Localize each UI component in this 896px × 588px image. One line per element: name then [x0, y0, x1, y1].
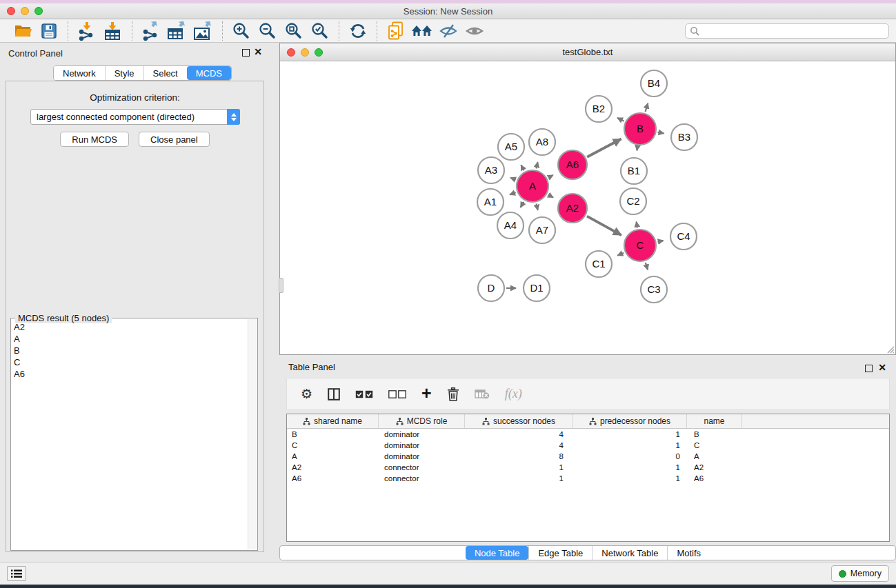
- tab-node-table[interactable]: Node Table: [466, 546, 529, 560]
- close-window-icon[interactable]: [7, 7, 15, 15]
- float-table-panel-icon[interactable]: [865, 365, 873, 372]
- column-header-shared-name[interactable]: shared name: [287, 414, 379, 428]
- delete-column-trash-icon[interactable]: [447, 384, 459, 405]
- graph-edge-B-B4[interactable]: [646, 103, 648, 112]
- delete-table-icon[interactable]: [475, 384, 490, 405]
- mcds-result-list[interactable]: A2ABCA6: [11, 321, 248, 550]
- splitter-handle[interactable]: [279, 278, 283, 293]
- result-list-item[interactable]: A6: [11, 368, 248, 380]
- function-builder-icon[interactable]: f(x): [505, 384, 522, 405]
- graph-node-D1[interactable]: D1: [524, 275, 550, 301]
- graph-node-A6[interactable]: A6: [558, 150, 587, 179]
- graph-node-B1[interactable]: B1: [621, 158, 647, 184]
- zoom-fit-icon[interactable]: [281, 21, 307, 41]
- resize-grip-icon[interactable]: [885, 344, 895, 354]
- zoom-out-icon[interactable]: [255, 21, 281, 41]
- export-network-icon[interactable]: [138, 21, 164, 41]
- zoom-selected-icon[interactable]: [307, 21, 333, 41]
- graph-edge-C-C1[interactable]: [617, 253, 624, 256]
- tab-style[interactable]: Style: [105, 66, 143, 80]
- network-zoom-icon[interactable]: [315, 48, 323, 57]
- tab-edge-table[interactable]: Edge Table: [528, 546, 592, 560]
- tab-motifs[interactable]: Motifs: [667, 546, 710, 560]
- network-minimize-icon[interactable]: [301, 48, 309, 57]
- tab-network[interactable]: Network: [54, 66, 105, 80]
- graph-node-C1[interactable]: C1: [586, 251, 612, 277]
- task-history-button[interactable]: [7, 566, 26, 581]
- graph-node-C4[interactable]: C4: [670, 223, 697, 250]
- tab-network-table[interactable]: Network Table: [592, 546, 667, 560]
- column-header-name[interactable]: name: [687, 414, 742, 428]
- graph-node-B[interactable]: B: [624, 113, 656, 145]
- graph-edge-A-A7[interactable]: [537, 203, 538, 210]
- refresh-icon[interactable]: [345, 21, 371, 41]
- column-header-predecessor-nodes[interactable]: predecessor nodes: [573, 414, 687, 428]
- table-row[interactable]: Adominator80A: [287, 451, 889, 462]
- table-settings-gear-icon[interactable]: ⚙: [301, 384, 312, 405]
- export-table-icon[interactable]: [164, 21, 190, 41]
- graph-edge-B-B1[interactable]: [637, 147, 637, 151]
- graph-node-A7[interactable]: A7: [529, 217, 555, 243]
- run-mcds-button[interactable]: Run MCDS: [60, 132, 129, 147]
- graph-edge-A-A4[interactable]: [521, 202, 524, 207]
- graph-edge-C-C3[interactable]: [646, 263, 648, 270]
- memory-button[interactable]: Memory: [831, 565, 889, 582]
- create-column-icon[interactable]: +: [421, 384, 432, 405]
- table-row[interactable]: A6connector11A6: [287, 473, 889, 484]
- graph-edge-A-A6[interactable]: [548, 175, 553, 178]
- save-session-icon[interactable]: [36, 21, 62, 41]
- network-close-icon[interactable]: [287, 48, 295, 57]
- close-panel-icon[interactable]: ✕: [254, 46, 262, 57]
- zoom-window-icon[interactable]: [34, 7, 43, 15]
- criterion-dropdown[interactable]: largest connected component (directed): [30, 109, 240, 125]
- unselect-all-columns-icon[interactable]: [388, 384, 406, 405]
- graph-node-C2[interactable]: C2: [620, 188, 646, 214]
- graph-node-D[interactable]: D: [478, 275, 504, 301]
- show-graphics-details-icon[interactable]: [461, 21, 488, 41]
- graph-node-A[interactable]: A: [517, 170, 548, 202]
- result-scrollbar[interactable]: [248, 319, 257, 549]
- select-all-columns-icon[interactable]: [355, 384, 373, 405]
- new-network-from-file-icon[interactable]: [383, 21, 409, 41]
- graph-edge-A-A8[interactable]: [537, 162, 538, 168]
- import-table-icon[interactable]: [100, 21, 126, 41]
- result-list-item[interactable]: C: [11, 356, 248, 368]
- hide-graphics-details-icon[interactable]: [435, 21, 461, 41]
- close-panel-button[interactable]: Close panel: [139, 132, 210, 147]
- zoom-in-icon[interactable]: [228, 21, 255, 41]
- show-columns-icon[interactable]: [328, 384, 340, 405]
- graph-edge-A-A2[interactable]: [548, 195, 553, 198]
- graph-edge-A-A1[interactable]: [510, 192, 516, 194]
- tab-mcds[interactable]: MCDS: [187, 66, 231, 80]
- graph-node-A8[interactable]: A8: [529, 129, 555, 155]
- home-icon[interactable]: [409, 21, 435, 41]
- search-field[interactable]: [685, 23, 889, 39]
- close-table-panel-icon[interactable]: ✕: [878, 362, 886, 373]
- graph-node-A4[interactable]: A4: [497, 212, 524, 239]
- graph-node-A1[interactable]: A1: [477, 189, 504, 215]
- minimize-window-icon[interactable]: [21, 7, 29, 15]
- table-row[interactable]: Cdominator41C: [287, 440, 889, 451]
- graph-node-A2[interactable]: A2: [558, 194, 587, 223]
- graph-node-B4[interactable]: B4: [641, 70, 667, 97]
- graph-node-A5[interactable]: A5: [498, 134, 524, 160]
- graph-node-C3[interactable]: C3: [641, 276, 667, 303]
- graph-edge-B-B3[interactable]: [658, 132, 664, 134]
- column-header-mcds-role[interactable]: MCDS role: [379, 414, 465, 428]
- export-image-icon[interactable]: [190, 21, 217, 41]
- network-window-titlebar[interactable]: testGlobe.txt: [280, 43, 895, 61]
- graph-edge-A6-B[interactable]: [587, 139, 621, 157]
- graph-edge-A-A5[interactable]: [521, 165, 524, 170]
- float-panel-icon[interactable]: [242, 49, 250, 57]
- tab-select[interactable]: Select: [143, 66, 187, 80]
- graph-node-A3[interactable]: A3: [478, 157, 504, 183]
- table-row[interactable]: Bdominator41B: [287, 429, 889, 440]
- graph-edge-A2-C[interactable]: [587, 216, 621, 235]
- graph-node-B2[interactable]: B2: [586, 96, 612, 122]
- result-list-item[interactable]: A: [11, 333, 248, 345]
- search-input[interactable]: [702, 25, 884, 37]
- result-list-item[interactable]: A2: [11, 321, 248, 333]
- graph-edge-C-C4[interactable]: [657, 241, 663, 242]
- network-canvas[interactable]: B4B2BB3A8A5A6A3B1AA1C2A2A4A7C4CC1DD1C3: [280, 61, 895, 354]
- import-network-icon[interactable]: [74, 21, 100, 41]
